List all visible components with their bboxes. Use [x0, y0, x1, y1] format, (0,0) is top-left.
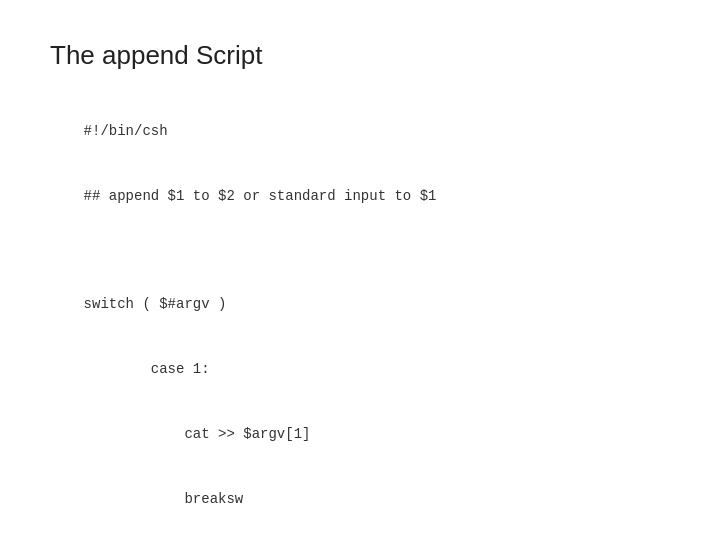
code-line-4: switch ( $#argv )	[84, 296, 227, 312]
code-line-6: cat >> $argv[1]	[84, 426, 311, 442]
code-line-7: breaksw	[84, 491, 244, 507]
code-line-5: case 1:	[84, 361, 210, 377]
page-title: The append Script	[50, 40, 670, 71]
code-block: #!/bin/csh ## append $1 to $2 or standar…	[50, 99, 670, 540]
code-line-2: ## append $1 to $2 or standard input to …	[84, 188, 437, 204]
code-line-1: #!/bin/csh	[84, 123, 168, 139]
page-container: The append Script #!/bin/csh ## append $…	[0, 0, 720, 540]
